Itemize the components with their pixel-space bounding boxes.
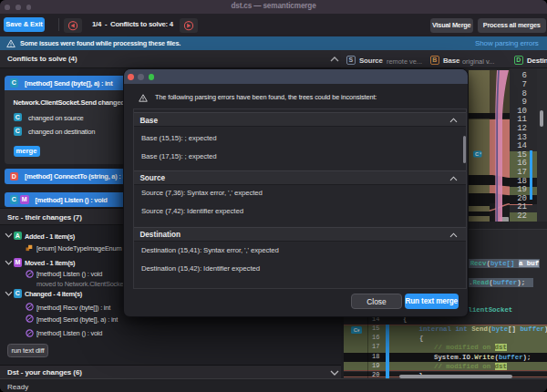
svg-text:C: C <box>475 151 479 157</box>
